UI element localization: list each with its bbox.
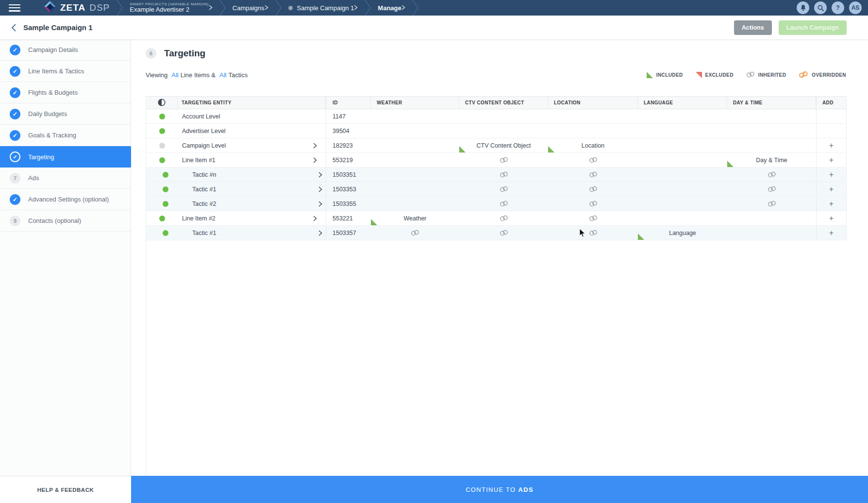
inherited-link-icon[interactable] (589, 215, 598, 221)
column-header-entity: TARGETING ENTITY (178, 97, 326, 109)
continue-to-ads-button[interactable]: CONTINUE TO ADS (131, 476, 868, 503)
inherited-link-icon[interactable] (500, 171, 508, 178)
contrast-icon[interactable] (158, 99, 166, 107)
cell-daytime (727, 124, 816, 138)
cell-location (548, 109, 638, 123)
cell-weather (371, 153, 459, 167)
back-button[interactable] (8, 22, 19, 34)
expand-chevron-icon[interactable] (318, 201, 322, 207)
add-targeting-button[interactable]: + (826, 213, 837, 224)
cell-indicator (146, 226, 178, 240)
actions-button[interactable]: Actions (734, 20, 772, 35)
inherited-link-icon[interactable] (589, 157, 598, 163)
targeting-legend: INCLUDEDEXCLUDEDINHERITEDOVERRIDDEN (647, 71, 846, 79)
cell-ctv (459, 153, 548, 167)
sidebar-item-targeting[interactable]: ✓Targeting (0, 146, 131, 168)
campaign-header: Sample Campaign 1 Actions Launch Campaig… (0, 16, 868, 39)
cell-indicator (146, 197, 178, 211)
sidebar-item-ads[interactable]: 7Ads (0, 168, 131, 189)
cell-daytime: Day & Time (727, 153, 816, 167)
inherited-link-icon[interactable] (589, 186, 598, 192)
column-header-language: LANGUAGE (638, 97, 727, 109)
entity-id: 1503357 (333, 230, 356, 236)
avatar[interactable]: AS (849, 1, 862, 14)
included-triangle-icon (727, 161, 734, 167)
breadcrumb-segment-campaigns[interactable]: Campaigns (226, 0, 275, 16)
breadcrumb-segment-sample-campaign-1[interactable]: Sample Campaign 1 (282, 0, 365, 16)
cell-weather (371, 168, 459, 182)
zeta-dsp-logo[interactable]: ZETA DSP (44, 0, 110, 15)
search-icon[interactable] (814, 1, 827, 14)
sidebar-item-label: Daily Budgets (28, 110, 67, 117)
help-feedback-button[interactable]: HELP & FEEDBACK (0, 476, 131, 503)
breadcrumb-segment-example-advertiser-2[interactable]: SMART PROJECTS (VARIABLE MARGIN)Example … (123, 0, 219, 16)
cell-indicator (146, 153, 178, 167)
cell-daytime (727, 138, 816, 152)
expand-chevron-icon[interactable] (313, 143, 317, 149)
inherited-link-icon[interactable] (589, 230, 598, 236)
sidebar-item-goals-tracking[interactable]: ✓Goals & Tracking (0, 125, 131, 146)
table-row: Campaign Level182923CTV Content ObjectLo… (146, 138, 846, 153)
filter-all-line-items-link[interactable]: All (171, 71, 178, 79)
targeting-table: TARGETING ENTITYIDWEATHERCTV CONTENT OBJ… (146, 96, 846, 503)
add-targeting-button[interactable]: + (826, 169, 837, 180)
filter-all-tactics-link[interactable]: All (219, 71, 226, 79)
inherited-link-icon[interactable] (500, 201, 508, 207)
inherited-link-icon[interactable] (768, 186, 776, 192)
sidebar-item-daily-budgets[interactable]: ✓Daily Budgets (0, 103, 131, 125)
inherited-link-icon[interactable] (411, 230, 419, 236)
expand-chevron-icon[interactable] (313, 216, 317, 221)
cell-weather: Weather (371, 211, 459, 225)
table-row: Tactic #11503353+ (146, 182, 846, 197)
expand-chevron-icon[interactable] (318, 186, 322, 192)
add-targeting-button[interactable]: + (826, 199, 837, 209)
breadcrumb-label: Campaigns (233, 4, 265, 12)
sidebar-item-flights-budgets[interactable]: ✓Flights & Budgets (0, 82, 131, 103)
sidebar-item-contacts-optional[interactable]: 9Contacts (optional) (0, 210, 131, 232)
column-header-add: ADD (816, 97, 847, 109)
table-row: Tactic #11503357Language+ (146, 226, 846, 240)
inherited-link-icon[interactable] (500, 215, 508, 221)
status-dot (163, 230, 168, 236)
inherited-link-icon[interactable] (589, 171, 598, 178)
legend-inherited: INHERITED (746, 71, 786, 79)
sidebar-item-advanced-settings-optional[interactable]: ✓Advanced Settings (optional) (0, 189, 131, 210)
inherited-link-icon[interactable] (500, 186, 508, 192)
cell-indicator (146, 211, 178, 225)
add-targeting-button[interactable]: + (826, 140, 837, 151)
inherited-link-icon[interactable] (500, 230, 508, 236)
sidebar-item-campaign-details[interactable]: ✓Campaign Details (0, 39, 131, 61)
help-icon[interactable]: ? (832, 1, 844, 14)
expand-chevron-icon[interactable] (318, 172, 322, 178)
column-header-label: LANGUAGE (644, 100, 673, 105)
cell-add: + (816, 168, 847, 182)
add-targeting-button[interactable]: + (826, 228, 837, 238)
notifications-icon[interactable] (797, 1, 809, 14)
cell-entity: Tactic #n (178, 168, 326, 182)
hamburger-menu-icon[interactable] (9, 4, 20, 12)
status-dot (159, 114, 165, 119)
inherited-link-icon[interactable] (500, 157, 508, 163)
cell-id: 1503353 (326, 182, 371, 196)
add-targeting-button[interactable]: + (826, 155, 837, 166)
inherited-link-icon[interactable] (589, 201, 598, 207)
add-targeting-button[interactable]: + (826, 184, 837, 195)
table-header-row: TARGETING ENTITYIDWEATHERCTV CONTENT OBJ… (146, 96, 846, 109)
expand-chevron-icon[interactable] (313, 157, 317, 163)
section-title: Targeting (164, 48, 205, 59)
sidebar-item-line-items-tactics[interactable]: ✓Line Items & Tactics (0, 61, 131, 82)
cell-entity: Advertiser Level (178, 124, 326, 138)
cell-id: 553219 (326, 153, 371, 167)
viewing-prefix: Viewing (146, 71, 167, 79)
inherited-link-icon[interactable] (768, 201, 776, 207)
launch-campaign-button[interactable]: Launch Campaign (779, 20, 847, 35)
sidebar-item-label: Contacts (optional) (28, 217, 81, 224)
inherited-link-icon[interactable] (768, 171, 776, 178)
cell-language (638, 153, 727, 167)
entity-id: 1503351 (333, 171, 356, 178)
zeta-diamond-icon (44, 0, 60, 15)
expand-chevron-icon[interactable] (318, 230, 322, 236)
step-number-circle: 7 (10, 173, 20, 184)
breadcrumb-segment-manage[interactable]: Manage (371, 0, 412, 16)
entity-id: 553221 (333, 215, 353, 222)
